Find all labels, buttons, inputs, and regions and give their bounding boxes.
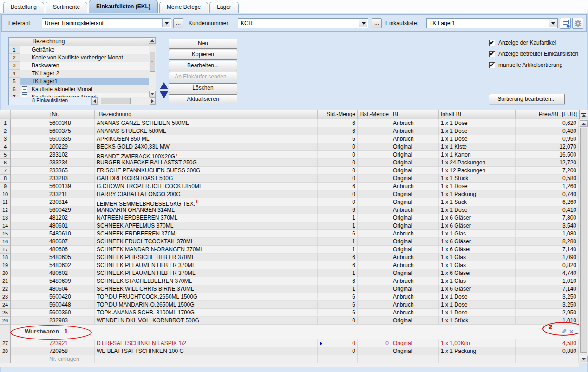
table-row[interactable]: 95600139G.CROWN TROP.FRUCHTCOCKT.850ML6A…: [0, 183, 579, 190]
table-row[interactable]: 185480605SCHNEEK PFIRSICHE HLB FR 370ML6…: [0, 254, 579, 261]
table-row[interactable]: 28720958WE BLATTSAFTSCHINKEN 100 G0Origi…: [0, 347, 579, 355]
col-preis-header[interactable]: Preis/BE [EUR]: [516, 110, 579, 119]
table-row[interactable]: 7233365FRISCHE PFANNKUCHEN SUESS 300G0Or…: [0, 167, 579, 175]
neu-button[interactable]: Neu: [169, 39, 237, 49]
checkbox-betreute-ekl[interactable]: [489, 51, 495, 57]
an-einkaeufer-senden-button[interactable]: An Einkäufer senden...: [169, 72, 237, 82]
checkbox-kaufartikel[interactable]: [489, 40, 495, 46]
table-row[interactable]: 125600429MANDARIN ORANGEN 314ML6Anbruch1…: [0, 206, 579, 214]
table-scrollbar-thumb[interactable]: [580, 128, 587, 353]
aktualisieren-button[interactable]: Aktualisieren: [169, 94, 237, 104]
col-inhalt-be-header[interactable]: Inhalt BE: [439, 110, 516, 119]
sortierung-bearbeiten-button[interactable]: Sortierung bearbeiten...: [489, 94, 565, 104]
col-bst-menge-header[interactable]: Bst.-Menge: [358, 110, 391, 119]
table-row[interactable]: 5233102BRANDT ZWIEBACK 100X20G i0Origina…: [0, 151, 579, 159]
cell-nr: 233283: [47, 175, 95, 183]
tab-lager[interactable]: Lager: [209, 2, 239, 13]
settings-button[interactable]: [572, 18, 583, 29]
table-row[interactable]: 245600448TOP.DU-MANDARIN-O.2650ML 1500G6…: [0, 301, 579, 309]
move-up-arrow-button[interactable]: [160, 82, 168, 89]
table-scroll-down-button[interactable]: [580, 356, 588, 362]
table-row[interactable]: 35600335APRIKOSEN 850 ML6Anbruch1 x 1 Do…: [0, 135, 579, 143]
cell-inhalt-be: 1 x 1 Dose: [439, 309, 516, 317]
table-row[interactable]: 11230814LEIMER SEMMELBROESEL 5KG TEX. i0…: [0, 198, 579, 206]
cell-be: Original: [391, 285, 439, 293]
cell-rownum: 1: [0, 119, 11, 127]
col-nr-header[interactable]: ↑Nr.: [47, 110, 95, 119]
table-row[interactable]: 14480601SCHNEEK APFELMUS 370ML1Original1…: [0, 222, 579, 230]
col-std-menge-header[interactable]: Std.-Menge: [323, 110, 358, 119]
table-row[interactable]: 8233283GAB DREIKORNTOAST 500G0Original1 …: [0, 175, 579, 183]
table-row[interactable]: 26232983WENDELN DKL VOLLKORNBROT 500G0Or…: [0, 317, 579, 325]
cell-bst-menge: [358, 293, 391, 301]
list-scroll-left-button[interactable]: [91, 97, 98, 105]
tab-meine-belege[interactable]: Meine Belege: [159, 2, 208, 13]
table-row[interactable]: 16480607SCHNEEK FRUCHTCOCKTAIL 370ML1Ori…: [0, 238, 579, 246]
kundennummer-combobox[interactable]: [238, 18, 368, 28]
kopieren-button[interactable]: Kopieren: [169, 50, 237, 60]
scroll-to-top-button[interactable]: [579, 110, 588, 119]
table-row[interactable]: 235600420TOP.DU-FRUCHTCOCK.2650ML 1500G6…: [0, 293, 579, 301]
delete-icon[interactable]: [569, 327, 574, 335]
tab-sortimente[interactable]: Sortimente: [46, 2, 87, 13]
list-vertical-scrollbar[interactable]: [149, 46, 156, 97]
kundennummer-input[interactable]: [238, 19, 359, 28]
list-bezeichnung-header[interactable]: Bezeichnung: [30, 38, 149, 46]
list-item[interactable]: 2Kopie von Kaufliste vorheriger Monat: [9, 54, 156, 62]
group-header-row[interactable]: Wurstwaren: [0, 325, 579, 339]
bearbeiten-button[interactable]: Bearbeiten...: [169, 61, 237, 71]
list-horizontal-scrollbar[interactable]: [91, 97, 156, 105]
table-row[interactable]: 15600348ANANAS GANZE SCHEIBEN 580ML6Anbr…: [0, 119, 579, 127]
table-row[interactable]: 215480609SCHNEEK STACHELBEEREN 370ML6Anb…: [0, 277, 579, 285]
list-item[interactable]: 1Getränke: [9, 46, 156, 54]
list-report-button[interactable]: [560, 18, 571, 29]
kundennummer-more-button[interactable]: ...: [372, 18, 382, 28]
cell-be: Anbruch: [391, 230, 439, 238]
move-down-arrow-button[interactable]: [160, 91, 168, 98]
cell-flag: [318, 119, 323, 127]
einkaufsliste-dropdown-icon[interactable]: [549, 19, 557, 27]
lieferant-more-button[interactable]: ...: [173, 18, 183, 28]
table-scroll-up-button[interactable]: [580, 120, 588, 127]
einkaufsliste-input[interactable]: [427, 19, 549, 28]
tab-bestellung[interactable]: Bestellung: [3, 2, 44, 13]
edit-icon[interactable]: [562, 328, 567, 335]
list-item[interactable]: 6Kaufliste aktueller Monat: [9, 85, 156, 93]
table-row[interactable]: 155480610SCHNEEK ERDBEEREN 370ML6Anbruch…: [0, 230, 579, 238]
table-row[interactable]: 20480602SCHNEEK PFLAUMEN HLB FR 370ML1Or…: [0, 269, 579, 277]
cell-be: Original: [391, 143, 439, 151]
list-scroll-up-button[interactable]: [149, 38, 156, 44]
table-row[interactable]: 22480604SCHNEEK WILL CHRIS BIRNE 370ML1O…: [0, 285, 579, 293]
table-row[interactable]: 27723921DT RI-SAFTSCHINKEN I.ASPIK 1/200…: [0, 339, 579, 347]
table-vertical-scrollbar[interactable]: [579, 110, 588, 363]
list-scroll-right-button[interactable]: [150, 97, 156, 105]
list-count-status: 8 Einkaufslisten: [9, 97, 91, 105]
table-row[interactable]: 17480606SCHNEEK MANDARIN-ORANGEN 370ML1O…: [0, 246, 579, 254]
checkbox-artikelsortierung[interactable]: [489, 62, 495, 68]
table-row[interactable]: 6233234BURGER KNAECKE BALLASTST 250G0Ori…: [0, 159, 579, 167]
list-hscrollbar-thumb[interactable]: [101, 98, 131, 104]
table-row[interactable]: 195480602SCHNEEK PFLAUMEN HLB FR 370ML6A…: [0, 261, 579, 269]
table-row[interactable]: 13481202NATREEN ERDBEEREN 370ML1Original…: [0, 214, 579, 222]
table-row[interactable]: 25600375ANANAS STUECKE 580ML6Anbruch1 x …: [0, 127, 579, 135]
article-table-body: 15600348ANANAS GANZE SCHEIBEN 580ML6Anbr…: [0, 119, 579, 363]
table-row[interactable]: 10233211HARRY CIABATTA LONGO 200G0Origin…: [0, 190, 579, 198]
loeschen-button[interactable]: Löschen: [169, 83, 237, 93]
lieferant-combobox[interactable]: [42, 18, 171, 28]
lieferant-dropdown-icon[interactable]: [162, 19, 170, 27]
table-row[interactable]: 4100229BECKS GOLD 24X0,33L MW0Original1 …: [0, 143, 579, 151]
cell-be: Anbruch: [391, 127, 439, 135]
tab-einkaufslisten[interactable]: Einkaufslisten (EKL): [89, 0, 158, 13]
einkaufsliste-combobox[interactable]: [426, 18, 558, 28]
col-bezeichnung-header[interactable]: ↑Bezeichnung: [95, 110, 318, 119]
table-row[interactable]: 255600360TOPK.ANANAS SCHB. 3100ML 1790G6…: [0, 309, 579, 317]
list-scrollbar-thumb[interactable]: [150, 52, 155, 72]
insert-nr-placeholder[interactable]: Nr. einfügen: [47, 355, 95, 363]
lieferant-input[interactable]: [42, 19, 163, 28]
kundennummer-dropdown-icon[interactable]: [359, 19, 367, 27]
list-item[interactable]: 5TK Lager1: [9, 78, 156, 85]
list-item[interactable]: 3Backwaren: [9, 62, 156, 70]
list-item[interactable]: 4TK Lager 2: [9, 70, 156, 78]
col-be-header[interactable]: BE: [391, 110, 439, 119]
insert-row[interactable]: Nr. einfügen: [0, 355, 579, 363]
